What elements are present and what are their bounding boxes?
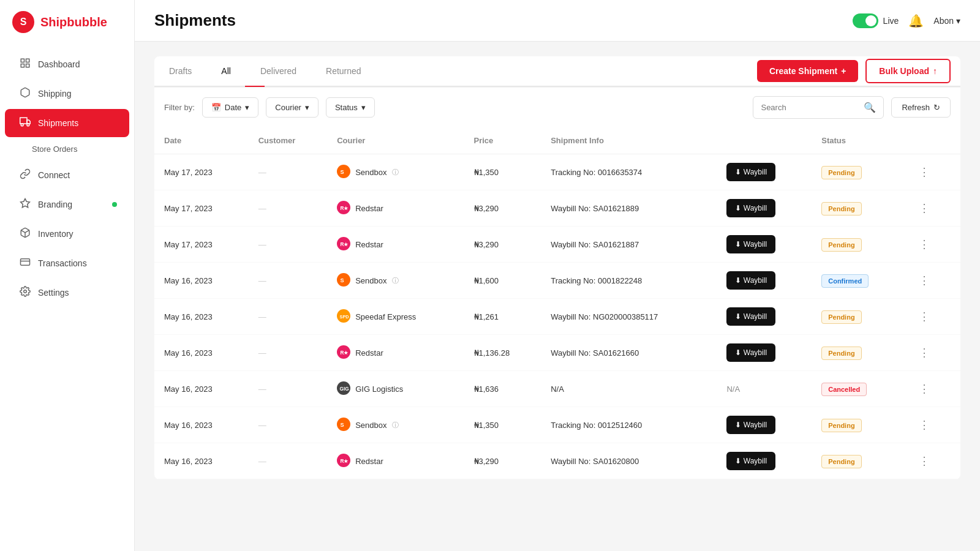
sidebar-item-connect[interactable]: Connect — [5, 161, 129, 189]
cell-customer: — — [249, 299, 328, 335]
courier-icon: S — [337, 418, 350, 433]
user-name: Abon — [933, 16, 954, 26]
live-toggle-switch[interactable] — [853, 13, 878, 28]
courier-name: Sendbox — [355, 276, 386, 285]
sidebar-item-store-orders[interactable]: Store Orders — [0, 138, 134, 160]
table-row: May 16, 2023 — R★ Redstar ₦1,136.28 Wayb… — [154, 335, 960, 371]
cell-courier: R★ Redstar — [327, 443, 464, 479]
more-options-button[interactable]: ⋮ — [914, 452, 935, 470]
sidebar: S Shipbubble Dashboard Shipping Shipment… — [0, 0, 135, 551]
courier-icon: R★ — [337, 345, 350, 361]
refresh-icon: ↻ — [933, 103, 940, 112]
waybill-button[interactable]: ⬇ Waybill — [726, 271, 775, 290]
status-badge: Cancelled — [821, 383, 867, 396]
cell-courier: GIG GIG Logistics — [327, 371, 464, 407]
waybill-button[interactable]: ⬇ Waybill — [726, 163, 775, 181]
search-box[interactable]: 🔍 — [753, 96, 884, 119]
waybill-button[interactable]: ⬇ Waybill — [726, 307, 775, 326]
cell-waybill: ⬇ Waybill — [717, 407, 812, 443]
tab-all[interactable]: All — [216, 56, 236, 86]
cell-status: Pending — [812, 154, 904, 190]
live-toggle[interactable]: Live — [853, 13, 899, 28]
cell-status: Confirmed — [812, 263, 904, 299]
cell-waybill: ⬇ Waybill — [717, 299, 812, 335]
search-input[interactable] — [761, 103, 859, 112]
cell-price: ₦1,600 — [464, 263, 541, 299]
create-shipment-button[interactable]: Create Shipment + — [757, 60, 858, 82]
cell-price: ₦1,636 — [464, 371, 541, 407]
waybill-button[interactable]: ⬇ Waybill — [726, 452, 775, 470]
tab-returned[interactable]: Returned — [321, 56, 366, 86]
cell-waybill: ⬇ Waybill — [717, 263, 812, 299]
col-customer: Customer — [249, 127, 328, 154]
sidebar-item-inventory[interactable]: Inventory — [5, 220, 129, 248]
cell-price: ₦1,261 — [464, 299, 541, 335]
more-options-button[interactable]: ⋮ — [914, 235, 935, 253]
sidebar-item-dashboard[interactable]: Dashboard — [5, 50, 129, 78]
col-waybill — [717, 127, 812, 154]
bulk-upload-button[interactable]: Bulk Upload ↑ — [865, 59, 951, 83]
svg-point-6 — [27, 124, 29, 126]
sidebar-item-shipping[interactable]: Shipping — [5, 80, 129, 108]
more-options-button[interactable]: ⋮ — [914, 199, 935, 217]
sidebar-item-shipments[interactable]: Shipments — [5, 109, 129, 137]
notification-bell-icon[interactable]: 🔔 — [908, 13, 924, 28]
cell-waybill: ⬇ Waybill — [717, 190, 812, 227]
cell-customer: — — [249, 407, 328, 443]
waybill-button[interactable]: ⬇ Waybill — [726, 235, 775, 253]
courier-name: Sendbox — [355, 168, 386, 177]
cell-courier: S Sendbox ⓘ — [327, 263, 464, 299]
more-options-button[interactable]: ⋮ — [914, 163, 935, 181]
sidebar-item-branding[interactable]: Branding — [5, 190, 129, 219]
date-filter-button[interactable]: 📅 Date ▾ — [202, 97, 258, 118]
cell-customer: — — [249, 335, 328, 371]
svg-text:S: S — [341, 421, 344, 427]
tab-delivered[interactable]: Delivered — [255, 56, 301, 86]
more-options-button[interactable]: ⋮ — [914, 380, 935, 398]
settings-icon — [20, 286, 31, 299]
date-filter-label: Date — [225, 103, 241, 112]
sidebar-item-label-store-orders: Store Orders — [32, 144, 77, 154]
svg-rect-0 — [21, 59, 24, 62]
refresh-button[interactable]: Refresh ↻ — [891, 97, 951, 118]
cell-shipment-info: Waybill No: SA01621660 — [541, 335, 717, 371]
cell-more: ⋮ — [904, 154, 960, 190]
waybill-button[interactable]: ⬇ Waybill — [726, 343, 775, 362]
shipments-icon — [20, 116, 31, 130]
user-menu[interactable]: Abon ▾ — [933, 16, 960, 26]
more-options-button[interactable]: ⋮ — [914, 271, 935, 290]
cell-waybill: N/A — [717, 371, 812, 407]
cell-status: Pending — [812, 190, 904, 227]
status-badge: Pending — [821, 202, 861, 216]
shipments-panel: Drafts All Delivered Returned Create Shi… — [154, 56, 960, 479]
cell-courier: R★ Redstar — [327, 190, 464, 227]
cell-more: ⋮ — [904, 263, 960, 299]
svg-text:R★: R★ — [341, 350, 349, 355]
cell-date: May 17, 2023 — [154, 154, 249, 190]
cell-more: ⋮ — [904, 335, 960, 371]
cell-status: Pending — [812, 443, 904, 479]
waybill-button[interactable]: ⬇ Waybill — [726, 199, 775, 217]
shipments-table: Date Customer Courier Price Shipment Inf… — [154, 127, 960, 479]
create-shipment-label: Create Shipment — [769, 66, 837, 76]
waybill-button[interactable]: ⬇ Waybill — [726, 416, 775, 434]
courier-filter-button[interactable]: Courier ▾ — [266, 97, 318, 118]
cell-shipment-info: Tracking No: 0001822248 — [541, 263, 717, 299]
svg-rect-4 — [20, 118, 27, 124]
status-badge: Pending — [821, 419, 861, 432]
courier-name: Redstar — [355, 240, 383, 249]
status-badge: Confirmed — [821, 274, 869, 288]
cell-more: ⋮ — [904, 227, 960, 263]
more-options-button[interactable]: ⋮ — [914, 416, 935, 434]
more-options-button[interactable]: ⋮ — [914, 307, 935, 326]
more-options-button[interactable]: ⋮ — [914, 343, 935, 362]
status-filter-button[interactable]: Status ▾ — [326, 97, 375, 118]
page-content: Drafts All Delivered Returned Create Shi… — [135, 42, 980, 551]
logo-text: Shipbubble — [40, 15, 107, 29]
cell-waybill: ⬇ Waybill — [717, 227, 812, 263]
sidebar-item-label-dashboard: Dashboard — [38, 59, 80, 69]
page-header: Shipments Live 🔔 Abon ▾ — [135, 0, 980, 42]
sidebar-item-settings[interactable]: Settings — [5, 279, 129, 307]
tab-drafts[interactable]: Drafts — [164, 56, 197, 86]
sidebar-item-transactions[interactable]: Transactions — [5, 249, 129, 277]
